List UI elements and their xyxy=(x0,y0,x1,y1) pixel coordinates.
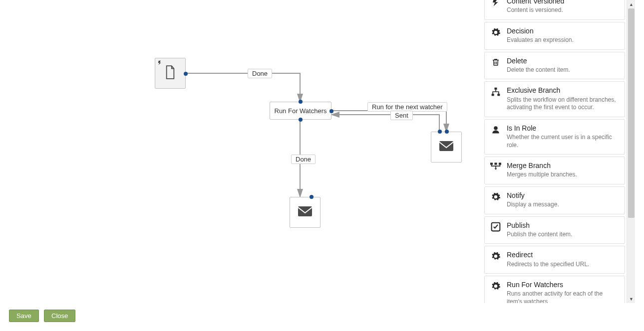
activity-title: Publish xyxy=(507,221,620,230)
svg-rect-1 xyxy=(298,206,312,216)
activity-item[interactable]: Content VersionedContent is versioned. xyxy=(484,0,625,20)
activity-item[interactable]: NotifyDisplay a message. xyxy=(484,186,625,214)
scroll-up[interactable]: ▲ xyxy=(627,0,635,8)
activity-desc: Redirects to the specified URL. xyxy=(507,261,620,269)
svg-rect-3 xyxy=(492,94,494,96)
svg-rect-7 xyxy=(494,163,497,165)
trash-icon xyxy=(490,57,502,67)
gear-icon xyxy=(490,192,502,202)
activity-item[interactable]: Exclusive BranchSplits the workflow on d… xyxy=(484,81,625,117)
user-icon xyxy=(490,125,502,135)
gear-icon xyxy=(490,251,502,261)
activity-item[interactable]: Is In RoleWhether the current user is in… xyxy=(484,119,625,155)
activity-desc: Splits the workflow on different branche… xyxy=(507,96,620,112)
connection-port[interactable] xyxy=(310,195,314,199)
activity-desc: Runs another activity for each of the it… xyxy=(507,290,620,303)
svg-point-5 xyxy=(494,126,498,130)
workflow-node-start[interactable] xyxy=(155,58,186,89)
sitemap-icon xyxy=(490,87,502,97)
workflow-edges xyxy=(0,0,484,304)
workflow-node-mail[interactable] xyxy=(431,132,462,163)
merge-icon xyxy=(490,162,502,171)
gear-icon xyxy=(490,281,502,291)
activity-item[interactable]: DeleteDelete the content item. xyxy=(484,52,625,80)
scroll-thumb[interactable] xyxy=(628,8,635,218)
activity-title: Decision xyxy=(507,26,620,35)
workflow-canvas[interactable]: Done Done Run for the next watcher Sent … xyxy=(0,0,484,304)
footer-buttons: Save Close xyxy=(9,310,78,322)
activity-item[interactable]: DecisionEvaluates an expression. xyxy=(484,22,625,50)
connection-port[interactable] xyxy=(184,72,188,76)
file-icon xyxy=(165,65,176,81)
edge-label-done[interactable]: Done xyxy=(291,155,316,164)
connection-port[interactable] xyxy=(299,118,303,122)
connection-port[interactable] xyxy=(329,109,333,113)
gear-icon xyxy=(490,27,502,37)
activity-title: Redirect xyxy=(507,250,620,259)
activity-item[interactable]: PublishPublish the content item. xyxy=(484,216,625,244)
check-icon xyxy=(490,222,502,232)
workflow-node-mail[interactable] xyxy=(290,197,321,228)
activity-item[interactable]: RedirectRedirects to the specified URL. xyxy=(484,246,625,274)
activity-title: Content Versioned xyxy=(507,0,620,5)
svg-rect-4 xyxy=(497,94,500,96)
activities-sidebar: Content VersionedContent is versioned.De… xyxy=(484,0,635,303)
close-button[interactable]: Close xyxy=(44,310,75,322)
activity-title: Is In Role xyxy=(507,124,620,133)
activity-desc: Whether the current user is in a specifi… xyxy=(507,134,620,149)
activity-title: Merge Branch xyxy=(507,161,620,170)
activity-desc: Delete the content item. xyxy=(507,66,620,74)
edge-label-sent[interactable]: Sent xyxy=(390,111,413,120)
activity-desc: Merges multiple branches. xyxy=(507,171,620,179)
activity-title: Exclusive Branch xyxy=(507,86,620,95)
activity-title: Delete xyxy=(507,56,620,65)
mail-icon xyxy=(439,141,454,154)
edge-label-done[interactable]: Done xyxy=(248,69,272,78)
activity-title: Notify xyxy=(507,191,620,200)
activity-desc: Display a message. xyxy=(507,201,620,209)
svg-rect-2 xyxy=(495,88,497,90)
bolt-icon xyxy=(157,59,162,68)
svg-rect-8 xyxy=(499,163,501,165)
sidebar-scrollbar[interactable]: ▲ ▼ xyxy=(627,0,635,303)
node-label: Run For Watchers xyxy=(275,107,327,115)
activity-desc: Content is versioned. xyxy=(507,6,620,14)
connection-port[interactable] xyxy=(445,130,449,134)
workflow-node-run-for-watchers[interactable]: Run For Watchers xyxy=(270,102,331,120)
activity-desc: Evaluates an expression. xyxy=(507,36,620,44)
activity-item[interactable]: Run For WatchersRuns another activity fo… xyxy=(484,276,625,303)
scroll-down[interactable]: ▼ xyxy=(627,295,635,303)
connection-port[interactable] xyxy=(438,130,442,134)
connection-port[interactable] xyxy=(299,100,303,104)
activity-item[interactable]: Merge BranchMerges multiple branches. xyxy=(484,157,625,184)
activity-desc: Publish the content item. xyxy=(507,231,620,239)
svg-rect-6 xyxy=(490,163,493,165)
bolt-icon xyxy=(490,0,502,7)
mail-icon xyxy=(298,206,313,219)
activity-title: Run For Watchers xyxy=(507,280,620,289)
save-button[interactable]: Save xyxy=(9,310,39,322)
svg-rect-0 xyxy=(439,141,453,151)
